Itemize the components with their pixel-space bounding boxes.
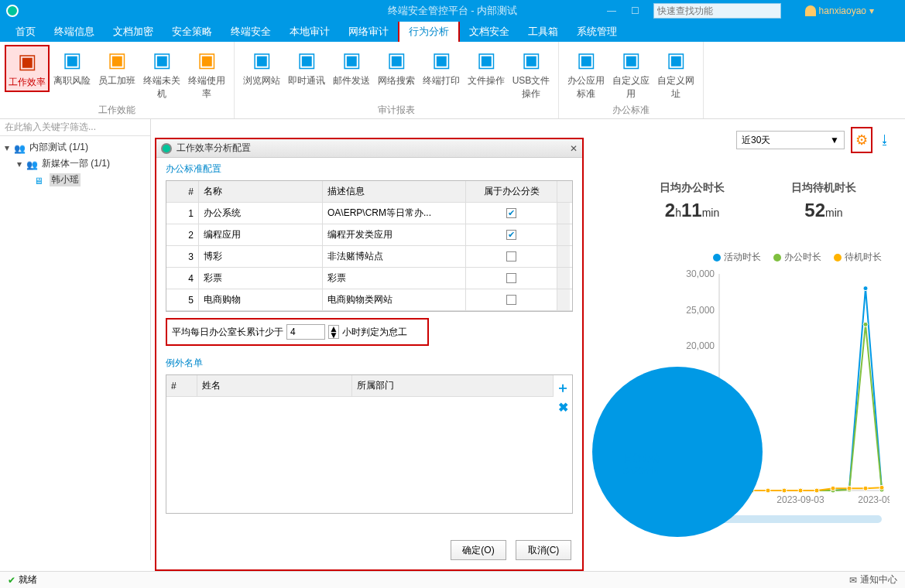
- table-row[interactable]: 4彩票彩票: [166, 268, 572, 289]
- menu-7[interactable]: 行为分析: [398, 20, 460, 42]
- cell-index: 3: [166, 246, 199, 267]
- menu-4[interactable]: 终端安全: [221, 22, 280, 42]
- ribbon-label: 邮件发送: [333, 74, 370, 87]
- menu-3[interactable]: 安全策略: [163, 22, 221, 42]
- expand-icon[interactable]: ▾: [15, 159, 23, 169]
- menu-2[interactable]: 文档加密: [104, 22, 163, 42]
- ribbon-item[interactable]: ▣离职风险: [50, 45, 94, 89]
- ribbon-item[interactable]: ▣USB文件操作: [509, 45, 554, 102]
- menu-1[interactable]: 终端信息: [45, 22, 104, 42]
- table-row[interactable]: 2编程应用编程开发类应用✔: [166, 224, 572, 246]
- dialog-titlebar: 工作效率分析配置 ✕: [156, 139, 582, 158]
- legend-dot-icon: [773, 254, 781, 262]
- legend-label: 活动时长: [724, 251, 761, 264]
- col-desc: 描述信息: [323, 181, 466, 202]
- stats-row: 日均办公时长2h11min日均待机时长52min: [626, 181, 890, 221]
- table-row[interactable]: 5电商购物电商购物类网站: [166, 289, 572, 311]
- check-icon: ✔: [8, 575, 15, 586]
- menu-9[interactable]: 工具箱: [519, 22, 567, 42]
- user-icon: [805, 5, 816, 16]
- tree-item[interactable]: 🖥韩小瑶: [0, 172, 150, 188]
- cancel-button[interactable]: 取消(C): [516, 540, 571, 560]
- cell-checkbox[interactable]: [466, 268, 557, 289]
- minimize-icon[interactable]: —: [600, 5, 623, 16]
- threshold-suffix: 小时判定为怠工: [342, 326, 407, 339]
- download-icon[interactable]: ⭳: [879, 133, 891, 147]
- ribbon-icon: ▣: [573, 46, 599, 73]
- menu-8[interactable]: 文档安全: [460, 22, 519, 42]
- ribbon-item[interactable]: ▣工作效率: [5, 45, 50, 92]
- ribbon-label: 文件操作: [468, 74, 505, 87]
- date-range-select[interactable]: 近30天 ▼: [736, 131, 845, 149]
- col-name: 名称: [199, 181, 323, 202]
- menu-5[interactable]: 本地审计: [280, 22, 339, 42]
- ribbon-item[interactable]: ▣自定义网址: [653, 45, 698, 102]
- maximize-icon[interactable]: ☐: [623, 5, 646, 16]
- scrollbar[interactable]: [557, 181, 570, 202]
- gear-icon[interactable]: ⚙: [855, 132, 868, 148]
- ribbon-label: 离职风险: [53, 74, 91, 87]
- remove-exception-button[interactable]: ✖: [558, 400, 568, 415]
- menu-10[interactable]: 系统管理: [567, 22, 626, 42]
- user-badge[interactable]: hanxiaoyao ▾: [805, 5, 874, 16]
- y-tick: 25,000: [686, 305, 715, 316]
- scrollbar[interactable]: [557, 224, 570, 245]
- stat-value: 2h11min: [660, 200, 725, 221]
- ribbon-icon: ▣: [618, 46, 644, 73]
- notification-center[interactable]: ✉ 通知中心: [849, 573, 897, 586]
- ribbon-item[interactable]: ▣网络搜索: [374, 45, 419, 89]
- tree-item[interactable]: ▾👥新媒体一部 (1/1): [0, 156, 150, 172]
- menu-0[interactable]: 首页: [6, 22, 45, 42]
- ribbon-item[interactable]: ▣即时通讯: [284, 45, 329, 89]
- ribbon-item[interactable]: ▣终端打印: [419, 45, 464, 89]
- stepper[interactable]: ▲▼: [328, 325, 339, 339]
- expand-icon[interactable]: ▾: [3, 142, 11, 153]
- ok-button[interactable]: 确定(O): [451, 540, 506, 560]
- stat-card: 日均办公时长2h11min: [660, 181, 725, 221]
- ribbon-item[interactable]: ▣浏览网站: [239, 45, 284, 89]
- ribbon-item[interactable]: ▣员工加班: [94, 45, 139, 89]
- cell-desc: 编程开发类应用: [323, 224, 466, 245]
- exception-table: # 姓名 所属部门 ＋ ✖: [166, 374, 573, 514]
- ribbon-item[interactable]: ▣终端未关机: [139, 45, 184, 102]
- tree-label: 内部测试 (1/1): [29, 141, 88, 154]
- scrollbar[interactable]: [557, 246, 570, 267]
- cell-checkbox[interactable]: ✔: [466, 203, 557, 224]
- data-point: [798, 488, 803, 493]
- cell-name: 彩票: [199, 268, 323, 289]
- table-row[interactable]: 1办公系统OA\ERP\CRM等日常办...✔: [166, 203, 572, 224]
- ribbon-item[interactable]: ▣邮件发送: [329, 45, 374, 89]
- ribbon-group-label: 工作效能: [98, 102, 135, 118]
- x-tick: 2023-09-03: [776, 494, 824, 505]
- table-row[interactable]: 3博彩非法赌博站点: [166, 246, 572, 268]
- dialog-close-icon[interactable]: ✕: [570, 143, 578, 154]
- pie-chart: [584, 359, 770, 545]
- y-tick: 30,000: [686, 268, 715, 279]
- ribbon-item[interactable]: ▣终端使用率: [184, 45, 229, 102]
- cell-checkbox[interactable]: [466, 246, 557, 267]
- stat-card: 日均待机时长52min: [791, 181, 856, 221]
- ribbon-item[interactable]: ▣文件操作: [464, 45, 509, 89]
- cell-name: 编程应用: [199, 224, 323, 245]
- scrollbar[interactable]: [557, 268, 570, 289]
- app-logo-icon: [6, 5, 19, 17]
- exc-header: # 姓名 所属部门: [166, 375, 554, 397]
- scrollbar[interactable]: [557, 203, 570, 224]
- legend-label: 待机时长: [845, 251, 882, 264]
- cell-checkbox[interactable]: [466, 289, 557, 310]
- tree-label: 韩小瑶: [50, 173, 81, 186]
- ribbon-item[interactable]: ▣办公应用标准: [564, 45, 608, 102]
- tree-item[interactable]: ▾👥内部测试 (1/1): [0, 139, 150, 156]
- scrollbar[interactable]: [557, 289, 570, 310]
- menu-6[interactable]: 网络审计: [339, 22, 398, 42]
- cell-index: 4: [166, 268, 199, 289]
- quick-search-input[interactable]: [653, 3, 781, 19]
- ribbon-item[interactable]: ▣自定义应用: [608, 45, 653, 102]
- tree-filter-input[interactable]: 在此输入关键字筛选...: [0, 119, 150, 136]
- threshold-input[interactable]: [286, 324, 325, 340]
- cell-checkbox[interactable]: ✔: [466, 224, 557, 245]
- ribbon-label: 工作效率: [9, 76, 46, 89]
- ribbon-icon: ▣: [104, 46, 130, 73]
- add-exception-button[interactable]: ＋: [556, 378, 570, 397]
- stat-label: 日均待机时长: [791, 181, 856, 195]
